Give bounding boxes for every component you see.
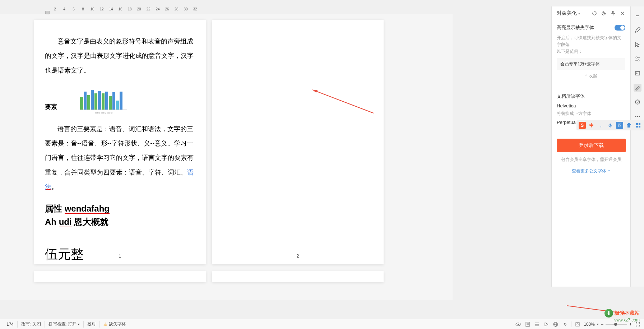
paragraph-intro[interactable]: 意音文字是由表义的象形符号和表音的声旁组成的文字，汉字是由表形文字进化成的意音文… (45, 34, 195, 78)
ime-sogou-icon[interactable]: S (579, 122, 586, 129)
ruler-mark: 12 (97, 7, 106, 11)
missing-font-perpetua: Perpetua (557, 120, 576, 125)
para2-end: 。 (51, 183, 58, 190)
chart-bar (112, 92, 115, 110)
document-page-4[interactable] (212, 271, 384, 282)
ruler-mark: 22 (144, 7, 153, 11)
chart-bar (102, 93, 105, 110)
pen-icon[interactable] (634, 26, 641, 34)
panel-title: 对象美化 (557, 10, 577, 17)
cursor-icon[interactable] (634, 41, 641, 48)
ruler-mark: 10 (88, 7, 97, 11)
ruler-mark: 30 (181, 7, 190, 11)
para2-text: 语言的三要素是：语音、词汇和语法，文字的三要素是：音--语音、形--字符形状、义… (45, 125, 194, 176)
status-spellcheck[interactable]: 拼写检查: 打开 ▾ (45, 321, 84, 328)
web-icon[interactable] (552, 321, 559, 328)
paragraph-elements[interactable]: 语言的三要素是：语音、词汇和语法，文字的三要素是：音--语音、形--字符形状、义… (45, 122, 195, 194)
ruler-mark: 28 (172, 7, 181, 11)
heading-attributes[interactable]: 属性 wendafahg (45, 203, 195, 214)
minimize-icon[interactable] (634, 12, 641, 20)
pin-icon[interactable] (610, 10, 616, 16)
magic-icon[interactable] (634, 84, 641, 92)
document-page-2[interactable]: 2 (212, 20, 384, 264)
svg-text:?: ? (636, 100, 639, 104)
more-icon[interactable] (634, 112, 641, 120)
chart-legend: 系列1 系列2 系列3 (80, 111, 127, 115)
chart-bar (120, 92, 122, 110)
document-canvas[interactable]: ⋮⋮ 意音文字是由表义的象形符号和表音的声旁组成的文字，汉字是由表形文字进化成的… (0, 14, 453, 300)
object-beautify-panel: 对象美化 ▾ 高亮显示缺失字体 开启后，可快速找到缺失字体的文字段落 (551, 6, 630, 287)
page-view-icon[interactable] (524, 321, 531, 328)
status-page[interactable]: 174 (3, 321, 18, 328)
svg-point-36 (577, 324, 578, 325)
chevron-down-icon[interactable]: ▾ (597, 323, 599, 326)
svg-point-14 (637, 116, 638, 117)
ime-toolbox-icon[interactable] (635, 122, 642, 129)
highlight-toggle[interactable] (615, 25, 625, 31)
ruler-mark: 8 (78, 7, 88, 11)
help-text-2: 以下是范例： (557, 48, 625, 55)
ruler-mark: 2 (50, 7, 60, 11)
horizontal-ruler[interactable]: 2 4 6 8 10 12 14 16 18 20 22 24 26 28 30… (0, 4, 453, 14)
warning-icon: ⚠ (103, 322, 107, 327)
watermark-url: vww.xz7.com (614, 318, 640, 323)
right-toolbar: ? (630, 6, 644, 287)
chart-bar (84, 92, 87, 110)
status-rewrite[interactable]: 改写: 关闭 (18, 321, 45, 328)
zoom-value[interactable]: 100% (584, 322, 595, 327)
document-page-1[interactable]: 意音文字是由表义的象形符号和表音的声旁组成的文字，汉字是由表形文字进化成的意音文… (34, 20, 206, 264)
heading1-prefix: 属性 (45, 204, 65, 213)
svg-point-15 (639, 116, 640, 117)
ime-punct-icon[interactable]: ， (597, 122, 604, 129)
chart-bar (80, 97, 83, 110)
ime-indicator-bar[interactable]: S 中 ， 四 (576, 120, 644, 130)
help-icon[interactable]: ? (634, 98, 641, 106)
heading2-prefix: Ah (45, 217, 59, 227)
image-icon[interactable] (634, 69, 641, 77)
missing-fonts-label: 文档所缺字体 (557, 93, 625, 99)
collapse-link[interactable]: ⌃ 收起 (557, 73, 625, 79)
ime-mic-icon[interactable] (607, 122, 614, 129)
svg-rect-18 (610, 124, 611, 126)
status-missing-font[interactable]: ⚠ 缺失字体 (100, 321, 130, 328)
link-icon[interactable] (562, 321, 568, 328)
chevron-down-icon[interactable]: ▾ (578, 11, 580, 15)
outline-view-icon[interactable] (534, 321, 540, 328)
close-icon[interactable] (620, 10, 625, 16)
more-fonts-link[interactable]: 查看更多公文字体 ⌃ (552, 168, 630, 174)
play-icon[interactable] (543, 321, 550, 328)
login-download-button[interactable]: 登录后下载 (557, 139, 626, 152)
adjust-icon[interactable] (634, 55, 641, 63)
fit-icon[interactable] (574, 321, 581, 328)
missing-font-helvetica: Helvetica (557, 103, 625, 108)
svg-point-5 (636, 57, 637, 58)
embedded-bar-chart[interactable]: 系列1 系列2 系列3 (80, 88, 127, 115)
ime-skin-icon[interactable] (625, 122, 633, 129)
ime-lang-icon[interactable]: 中 (588, 122, 595, 129)
heading-line2[interactable]: Ah udi 恩大概就 (45, 216, 195, 228)
watermark-logo-icon: ⬇ (604, 309, 613, 318)
ime-keyboard-icon[interactable]: 四 (616, 122, 623, 129)
zoom-slider[interactable] (606, 324, 627, 325)
replace-hint: 将替换成下方字体 (557, 111, 625, 117)
ruler-mark: 20 (134, 7, 144, 11)
zoom-out-button[interactable]: − (601, 322, 603, 327)
toggle-label: 高亮显示缺失字体 (557, 24, 594, 31)
status-proofread[interactable]: 校对 (84, 321, 100, 328)
ruler-mark: 26 (162, 7, 172, 11)
chart-bar (94, 93, 97, 110)
document-page-3[interactable] (34, 271, 206, 282)
section-title-elements[interactable]: 要素 (45, 103, 57, 111)
svg-point-24 (518, 324, 519, 325)
eye-icon[interactable] (515, 321, 522, 328)
settings-icon[interactable] (601, 10, 607, 16)
svg-rect-21 (636, 126, 638, 128)
ruler-mark: 6 (69, 7, 78, 11)
watermark: ⬇ 极光下载站 (604, 309, 640, 318)
svg-rect-20 (639, 123, 640, 125)
chevron-down-icon: ▾ (78, 323, 80, 326)
ruler-mark: 24 (153, 7, 162, 11)
chart-bar (105, 92, 108, 110)
svg-rect-22 (639, 126, 640, 128)
refresh-icon[interactable] (592, 10, 597, 16)
